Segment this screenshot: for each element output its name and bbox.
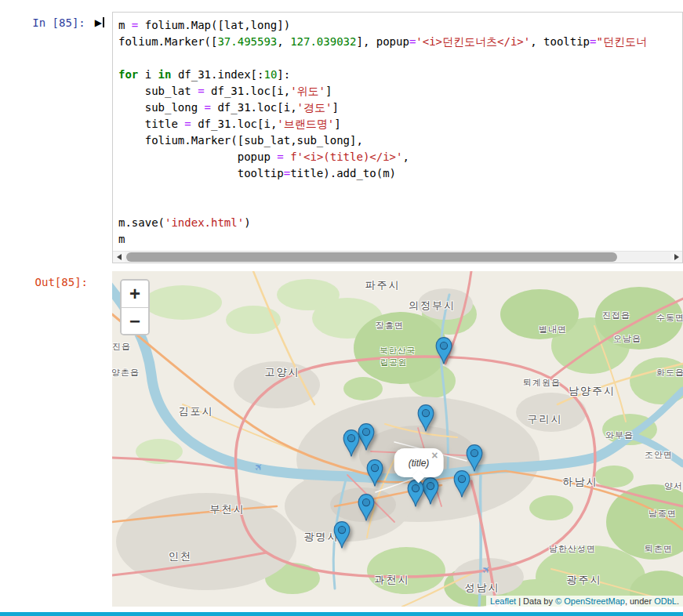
input-prompt: In [85]: bbox=[32, 16, 85, 29]
code-line: m.save('index.html') bbox=[118, 215, 678, 231]
map-marker[interactable] bbox=[417, 404, 434, 432]
output-prompt: Out[85]: bbox=[35, 276, 88, 288]
bottom-divider-bar bbox=[0, 612, 683, 616]
code-line bbox=[118, 182, 678, 198]
odbl-link[interactable]: ODbL bbox=[654, 596, 677, 606]
code-line bbox=[118, 50, 678, 67]
map-attribution: Leaflet | Data by © OpenStreetMap, under… bbox=[486, 596, 683, 607]
attribution-text: , under bbox=[625, 596, 654, 606]
code-line: tooltip=title).add_to(m) bbox=[118, 165, 678, 182]
scrollbar-track[interactable] bbox=[125, 252, 670, 263]
code-line bbox=[118, 198, 678, 215]
notebook-page: In [85]: ▶ m = folium.Map([lat,long])fol… bbox=[0, 0, 683, 616]
code-line: folium.Marker([37.495593, 127.039032], p… bbox=[118, 34, 678, 50]
code-line: title = df_31.loc[i,'브랜드명'] bbox=[118, 116, 678, 132]
code-line: m = folium.Map([lat,long]) bbox=[118, 17, 678, 34]
zoom-in-button[interactable]: + bbox=[122, 281, 148, 307]
map-marker[interactable] bbox=[333, 521, 351, 549]
map-marker[interactable] bbox=[358, 494, 375, 521]
code-line: folium.Marker([sub_lat,sub_long], bbox=[118, 132, 678, 149]
map-marker[interactable] bbox=[366, 459, 383, 487]
leaflet-link[interactable]: Leaflet bbox=[490, 596, 516, 606]
folium-map[interactable]: 파주시의정부시장흥면별내면진접읍오남읍수동면북한산국립공원화도읍퇴계원읍남양주시… bbox=[112, 271, 683, 607]
map-marker[interactable] bbox=[407, 480, 424, 507]
popup-close-button[interactable]: × bbox=[431, 449, 438, 462]
attribution-text: Data by bbox=[523, 596, 555, 606]
scroll-left-icon[interactable] bbox=[113, 252, 125, 263]
map-marker[interactable] bbox=[422, 477, 439, 505]
map-marker[interactable] bbox=[435, 337, 452, 364]
run-cell-glyph: ▶ bbox=[95, 18, 102, 27]
run-cell-icon[interactable]: ▶ bbox=[95, 17, 104, 27]
map-popup: × (title) bbox=[394, 448, 444, 481]
map-marker[interactable] bbox=[466, 444, 483, 472]
code-content[interactable]: m = folium.Map([lat,long])folium.Marker(… bbox=[113, 13, 682, 251]
map-marker[interactable] bbox=[453, 470, 470, 498]
code-line: popup = f'<i>(title)</i>', bbox=[118, 149, 678, 165]
code-line: m bbox=[118, 231, 678, 248]
run-cell-bar bbox=[103, 17, 104, 27]
zoom-out-button[interactable]: − bbox=[122, 307, 148, 334]
horizontal-scrollbar[interactable] bbox=[113, 251, 682, 263]
code-line: for i in df_31.index[:10]: bbox=[118, 67, 678, 83]
popup-content: (title) bbox=[409, 458, 430, 469]
input-cell: In [85]: ▶ m = folium.Map([lat,long])fol… bbox=[0, 0, 683, 263]
attribution-text: . bbox=[677, 596, 679, 606]
map-marker[interactable] bbox=[358, 423, 375, 451]
output-prompt-area: Out[85]: bbox=[0, 271, 112, 289]
code-line: sub_lat = df_31.loc[i,'위도'] bbox=[118, 83, 678, 100]
map-marker[interactable] bbox=[343, 429, 360, 457]
input-prompt-area: In [85]: ▶ bbox=[0, 12, 112, 29]
output-cell: Out[85]: bbox=[0, 271, 683, 607]
scrollbar-thumb[interactable] bbox=[126, 252, 617, 262]
scroll-right-icon[interactable] bbox=[670, 252, 682, 263]
zoom-control: + − bbox=[120, 279, 150, 335]
code-line: sub_long = df_31.loc[i,'경도'] bbox=[118, 100, 678, 116]
map-tiles bbox=[112, 271, 683, 607]
code-editor[interactable]: m = folium.Map([lat,long])folium.Marker(… bbox=[112, 12, 683, 263]
attribution-text: | bbox=[516, 596, 523, 606]
osm-link[interactable]: © OpenStreetMap bbox=[555, 596, 625, 606]
